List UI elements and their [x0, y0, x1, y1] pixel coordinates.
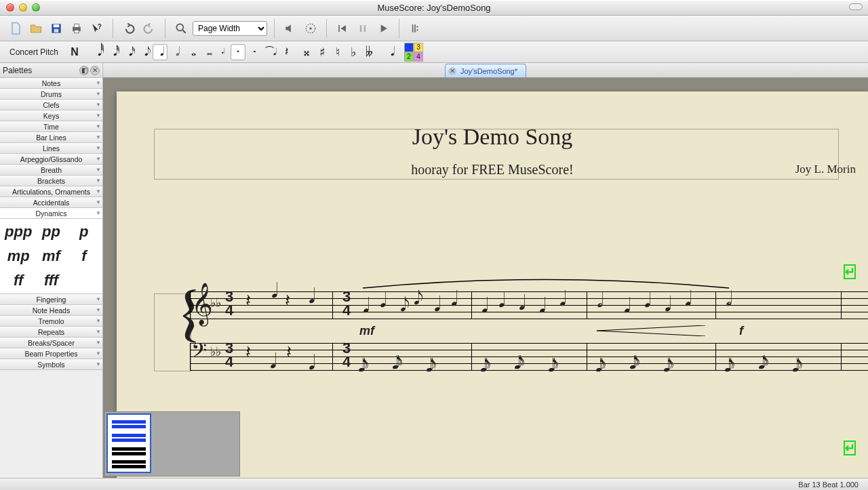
flip-stem-button[interactable]: 𝅘𝅥	[383, 44, 398, 60]
duration-double-dot[interactable]: ··	[246, 44, 261, 60]
duration-32nd[interactable]: 𝅘𝅥𝅰	[106, 44, 121, 60]
palettes-header[interactable]: Palettes ◧ ✕	[0, 63, 102, 78]
palettes-close-icon[interactable]: ✕	[90, 66, 100, 75]
voice-3-button[interactable]: 3	[414, 43, 423, 52]
dynamic-ff[interactable]: ff	[4, 272, 33, 289]
dynamic-mf[interactable]: mf	[359, 324, 374, 338]
tie-button[interactable]: ⁀𝅘𝅥	[262, 44, 277, 60]
palette-item-bar-lines[interactable]: Bar Lines▼	[0, 132, 102, 143]
palette-item-brackets[interactable]: Brackets▼	[0, 176, 102, 186]
voice-1-button[interactable]	[404, 43, 414, 52]
pause-button[interactable]	[354, 20, 372, 37]
palette-item-repeats[interactable]: Repeats▼	[0, 327, 102, 338]
double-sharp-button[interactable]: 𝄪	[299, 44, 314, 60]
palette-item-accidentals[interactable]: Accidentals▼	[0, 197, 102, 208]
duration-breve[interactable]: 𝅜	[199, 44, 214, 60]
page-thumbnail[interactable]	[106, 413, 151, 473]
redo-button[interactable]	[140, 20, 158, 37]
palette-item-beam-properties[interactable]: Beam Properties▼	[0, 348, 102, 359]
voice-selector[interactable]: 3 2 4	[404, 43, 433, 62]
palette-item-clefs[interactable]: Clefs▼	[0, 100, 102, 110]
linebreak-icon[interactable]: ↵	[844, 264, 856, 279]
palette-item-note-heads[interactable]: Note Heads▼	[0, 305, 102, 316]
duration-16th[interactable]: 𝅘𝅥𝅯	[121, 44, 136, 60]
double-flat-button[interactable]: 𝄫	[361, 44, 376, 60]
duration-longa[interactable]: 𝆺𝅥	[215, 44, 230, 60]
dynamic-ppp[interactable]: ppp	[4, 223, 33, 241]
palette-item-drums[interactable]: Drums▼	[0, 89, 102, 100]
dynamic-f[interactable]: f	[70, 247, 98, 265]
palette-item-lines[interactable]: Lines▼	[0, 143, 102, 154]
palette-item-dynamics[interactable]: Dynamics▼	[0, 208, 102, 219]
undo-button[interactable]	[120, 20, 138, 37]
document-tab[interactable]: ✕ Joy'sDemoSong*	[445, 64, 526, 77]
score-composer[interactable]: Joy L. Morin	[795, 163, 856, 176]
duration-half[interactable]: 𝅗𝅥	[168, 44, 183, 60]
duration-whole[interactable]: 𝅝	[184, 44, 199, 60]
zoom-select[interactable]: Page Width	[193, 21, 267, 36]
crescendo[interactable]	[597, 325, 705, 336]
note-entry-button[interactable]: N	[67, 44, 82, 60]
score-viewport[interactable]: Joy's Demo Song hooray for FREE MuseScor…	[103, 78, 868, 478]
palette-item-tremolo[interactable]: Tremolo▼	[0, 316, 102, 327]
voice-4-button[interactable]: 4	[414, 52, 423, 62]
music-system[interactable]: 𝄔 𝄞 ♭♭ 3 4 𝄽 𝅘𝅥 𝄽 𝅘𝅥 3 4	[190, 291, 868, 380]
navigator-panel[interactable]	[104, 411, 240, 476]
rewind-button[interactable]	[334, 20, 351, 37]
note[interactable]: 𝅗𝅥.	[597, 289, 602, 312]
whats-this-button[interactable]: ?	[88, 20, 106, 37]
close-tab-icon[interactable]: ✕	[448, 67, 456, 75]
natural-button[interactable]: ♮	[330, 44, 345, 60]
palettes-title: Palettes	[3, 66, 32, 75]
dynamic-mf[interactable]: mf	[37, 247, 65, 265]
zoom-dropdown[interactable]: Page Width	[193, 21, 267, 36]
score-title[interactable]: Joy's Demo Song	[117, 124, 868, 150]
rest-button[interactable]: 𝄽	[277, 44, 292, 60]
duration-8th[interactable]: 𝅘𝅥𝅮	[137, 44, 152, 60]
linebreak-icon[interactable]: ↵	[844, 441, 856, 455]
metronome-button[interactable]	[302, 20, 319, 37]
save-file-button[interactable]	[47, 20, 65, 37]
palette-item-breaks-spacer[interactable]: Breaks/Spacer▼	[0, 338, 102, 348]
open-file-button[interactable]	[27, 20, 45, 37]
dynamic-pp[interactable]: pp	[37, 223, 65, 241]
duration-dot[interactable]: ·	[231, 44, 245, 60]
dynamic-fff[interactable]: fff	[37, 272, 65, 289]
palette-item-notes[interactable]: Notes▼	[0, 78, 102, 89]
bass-clef-icon: 𝄢	[191, 339, 207, 367]
new-file-button[interactable]	[7, 20, 24, 37]
dynamic-f[interactable]: f	[739, 324, 743, 338]
palette-item-symbols[interactable]: Symbols▼	[0, 359, 102, 370]
svg-rect-13	[364, 25, 366, 32]
play-button[interactable]	[374, 20, 392, 37]
flat-button[interactable]: ♭	[346, 44, 361, 60]
duration-quarter[interactable]: 𝅘𝅥	[153, 44, 167, 60]
expand-icon: ▼	[96, 156, 101, 162]
bass-staff[interactable]: 𝄢 ♭♭ 3 4 𝄽 𝅘𝅥 𝄽 𝅘𝅥 3 4 𝅘𝅥𝅮𝅘𝅥𝅮 𝅘𝅥𝅮𝅘𝅥𝅮 𝅘𝅥𝅮…	[190, 343, 868, 370]
palette-item-fingering[interactable]: Fingering▼	[0, 294, 102, 305]
score-subtitle[interactable]: hooray for FREE MuseScore!	[117, 162, 868, 178]
palette-item-keys[interactable]: Keys▼	[0, 110, 102, 121]
repeat-button[interactable]	[406, 20, 424, 37]
time-signature: 3 4	[342, 342, 351, 369]
toolbar-toggle-button[interactable]	[849, 3, 863, 10]
concert-pitch-button[interactable]: Concert Pitch	[4, 47, 66, 57]
sound-button[interactable]	[281, 20, 299, 37]
palette-item-time[interactable]: Time▼	[0, 121, 102, 132]
duration-64th[interactable]: 𝅘𝅥𝅱	[90, 44, 105, 60]
expand-icon: ▼	[96, 361, 101, 367]
treble-staff[interactable]: 𝄞 ♭♭ 3 4 𝄽 𝅘𝅥 𝄽 𝅘𝅥 3 4 𝅘𝅥 𝅘𝅥 𝅘𝅥𝅮	[190, 291, 868, 319]
svg-rect-2	[54, 28, 59, 32]
palette-item-breath[interactable]: Breath▼	[0, 165, 102, 176]
dynamic-mp[interactable]: mp	[4, 247, 33, 265]
score-area: ✕ Joy'sDemoSong* Joy's Demo Song hooray …	[103, 63, 868, 478]
expand-icon: ▼	[96, 329, 101, 335]
dynamic-p[interactable]: p	[70, 223, 98, 241]
zoom-button[interactable]	[172, 20, 190, 37]
palettes-undock-icon[interactable]: ◧	[79, 66, 89, 75]
palette-item-articulations-ornaments[interactable]: Articulations, Ornaments▼	[0, 186, 102, 197]
print-button[interactable]	[68, 20, 85, 37]
palette-item-arpeggio-glissando[interactable]: Arpeggio/Glissando▼	[0, 154, 102, 165]
sharp-button[interactable]: ♯	[315, 44, 330, 60]
voice-2-button[interactable]: 2	[404, 52, 414, 62]
